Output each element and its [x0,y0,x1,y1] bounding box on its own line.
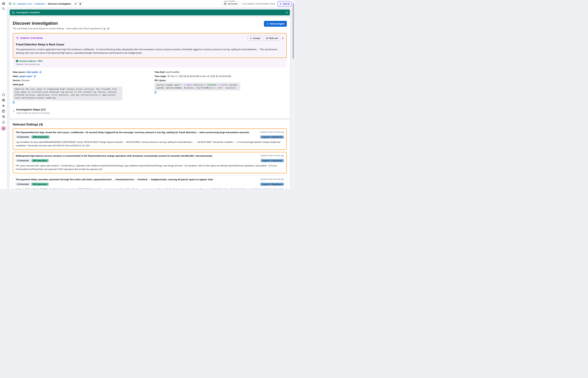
topbar-right-group: DATA SOURCE olly3-public Last updated: 0… [222,1,292,7]
breadcrumb-notebooks-link[interactable]: Notebooks [35,3,45,5]
ask-ai-button[interactable]: ✦ Ask AI [277,1,292,7]
chevron-right-icon [13,110,14,112]
relevant-findings-card: Relevant findings (4) The PaymentService… [10,120,290,189]
finding-card[interactable]: Widespread high latency across services … [13,152,287,173]
breadcrumb-project-link[interactable]: integration_test [17,3,32,5]
copy-icon[interactable] [39,71,41,73]
finding-updated-text: Updated a few seconds ago [260,154,284,157]
add-panel-icon[interactable] [0,114,7,119]
primary-hypothesis-card: PRIMARY HYPOTHESIS ☆ Accept ⊗ Rule out [13,33,287,58]
breadcrumb-separator: / [33,3,34,5]
copy-icon[interactable] [13,101,15,103]
gear-icon[interactable]: ⚙ [0,103,7,108]
ai-generated-badge: AI Generated [16,135,30,138]
close-icon[interactable] [286,12,288,14]
finding-card[interactable]: The payment delay cascades upstream thro… [13,176,287,189]
hypothesis-title: Fraud Detection Sleep is Root Cause [16,43,283,46]
data-source-selector[interactable]: DATA SOURCE olly3-public [222,1,240,6]
ai-generated-badge: AI Generated [16,159,30,162]
finding-card[interactable]: The PaymentService logs reveal the root … [13,128,287,150]
circle-x-icon: ⊗ [266,37,268,40]
rule-out-button[interactable]: ⊗ Rule out [264,36,280,41]
hypothesis-footer: Strong evidence • 95% Updated a few seco… [13,58,287,68]
index-label: Index: [13,75,19,78]
investigation-steps-title: Investigation Steps (17) [16,108,50,111]
time-range-label: Time range: [154,75,167,78]
investigation-metadata: Data source: olly3-public Index: jaeger-… [13,71,287,104]
initial-goal-label: Initial goal: [13,83,24,86]
search-icon[interactable] [0,6,7,11]
breadcrumb: integration_test / Notebooks / Discover … [9,1,83,6]
thumbs-down-icon[interactable] [107,27,109,30]
data-source-legend: DATA SOURCE [224,0,236,2]
page-title: Discover investigation [13,21,109,26]
importance-badge: 90% Importance [31,183,49,186]
clock-icon [167,75,170,77]
sparkle-icon: ✦ [280,3,282,5]
scrollbar-thumb[interactable] [293,3,294,59]
edit-pencil-icon[interactable] [73,1,78,6]
index-link[interactable]: jaeger-span* [20,75,33,78]
source-value: Discover [21,79,30,81]
menu-icon[interactable] [0,1,7,6]
info-icon[interactable] [0,120,7,125]
investigation-steps-toggle[interactable]: Investigation Steps (17) Total Duration … [13,108,287,116]
last-updated-text: Last updated: 03/18/2026@ 6:15pm [242,3,275,5]
data-source-link[interactable]: olly3-public [26,71,38,73]
apps-icon[interactable] [0,98,7,103]
recent-history-icon[interactable] [9,2,12,5]
investigation-completed-banner: Investigation completed [10,10,290,15]
main-content: Investigation completed Discover investi… [7,8,293,189]
hypothesis-description: The paymentservice contains application-… [16,48,283,55]
dev-tools-icon[interactable] [0,108,7,114]
ai-sparkle-icon [16,37,19,40]
copy-icon[interactable] [154,91,157,94]
evidence-badge: Strong evidence • 95% [16,60,283,62]
banner-text: Investigation completed [16,11,39,14]
finding-updated-text: Updated a few seconds ago [260,178,284,180]
finding-body: Full trace d536eeaf9c0ce4734f361a0c3211e… [16,188,284,189]
finding-title: The payment delay cascades upstream thro… [16,178,258,181]
left-nav-rail: ⚙ t [0,0,7,189]
metadata-right-column: Time field: startTimeMillis Time range: … [154,71,287,104]
binoculars-icon [13,2,16,5]
accept-button[interactable]: ☆ Accept [247,36,262,41]
supports-hypotheses-badge: Supports 2 Hypotheses [260,135,284,138]
ai-generated-badge: AI Generated [16,183,30,186]
hypothesis-updated-text: Updated a few seconds ago [16,63,283,65]
breadcrumb-separator: / [46,3,47,5]
primary-hypothesis-label: PRIMARY HYPOTHESIS [20,37,43,39]
finding-updated-text: Updated a few seconds ago [260,131,284,133]
breadcrumb-current-page: Discover investigation [48,3,71,5]
check-circle-icon [12,11,15,14]
star-icon: ☆ [250,37,252,40]
feedback-question: How helpful were these hypotheses? [66,27,102,30]
copy-icon[interactable] [34,75,36,77]
time-field-value: startTimeMillis [166,71,179,73]
database-icon [224,2,226,5]
ppl-query-label: PPL Query: [154,79,166,81]
user-avatar[interactable]: t [1,126,6,131]
reinvestigate-button[interactable]: Reinvestigate [264,21,287,27]
importance-badge: 95% Importance [31,159,49,162]
primary-hypothesis-section: PRIMARY HYPOTHESIS ☆ Accept ⊗ Rule out [13,33,287,68]
thumbs-up-icon[interactable] [103,27,106,30]
home-icon[interactable] [0,92,7,97]
top-header-bar: integration_test / Notebooks / Discover … [7,0,294,8]
time-range-value: Nov 17, 2025 @ 00:00:00.000 to Nov 18, 2… [171,75,231,78]
refresh-icon [266,23,269,25]
delete-trash-icon[interactable] [78,1,83,6]
metadata-left-column: Data source: olly3-public Index: jaeger-… [13,71,154,104]
finding-title: The PaymentService logs reveal the root … [16,131,258,134]
page-scrollbar [293,0,294,189]
chevron-right-icon[interactable] [282,37,283,40]
initial-goal-text: Identify the root cause of widespread hi… [13,87,122,100]
rail-bottom-group: ⚙ t [0,92,7,131]
supports-hypotheses-badge: Supports 2 Hypotheses [260,183,284,186]
app-root: ⚙ t integration_test / Notebooks [0,0,294,189]
source-label: Source: [13,79,21,81]
investigation-steps-duration: Total Duration (6 minutes 45 seconds) [16,112,50,114]
data-source-label: Data source: [13,71,26,73]
supports-hypotheses-badge: Supports 1 Hypothesis [261,159,284,162]
investigation-summary-card: Discover investigation The most likely r… [10,17,290,118]
